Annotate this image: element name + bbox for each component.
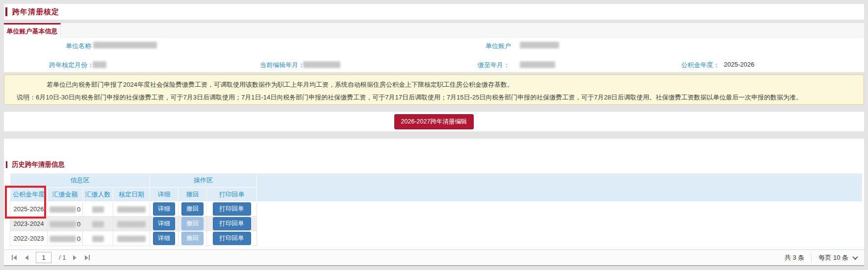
date-cell xyxy=(113,217,150,231)
print-receipt-button[interactable]: 打印回单 xyxy=(213,232,251,245)
year-cell: 2025-2026 xyxy=(10,202,48,217)
count-masked-value xyxy=(92,221,104,227)
count-cell xyxy=(83,217,113,231)
column-header-print: 打印回单 xyxy=(207,188,257,202)
date-cell xyxy=(113,202,150,217)
history-panel: 历史跨年清册信息 信息区 操作区 公积金年度 汇缴金额 汇缴人数 核定日期 xyxy=(4,139,864,266)
column-header-count: 汇缴人数 xyxy=(83,188,113,202)
column-header-withdraw: 撤回 xyxy=(179,188,207,202)
date-cell xyxy=(113,231,150,246)
amount-masked-value xyxy=(50,236,76,242)
column-header-detail: 详细 xyxy=(150,188,179,202)
audit-month-masked-value xyxy=(93,61,106,68)
row-filler xyxy=(257,217,863,231)
first-page-icon xyxy=(13,255,17,260)
prev-page-icon xyxy=(25,255,28,260)
amount-cell: 0 xyxy=(48,217,83,231)
notice-box: 若单位已向税务部门申报了2024年度社会保险费缴费工资，可调取使用该数据作为职工… xyxy=(4,74,864,105)
date-masked-value xyxy=(117,221,146,227)
date-masked-value xyxy=(117,206,146,213)
pagination-divider xyxy=(811,253,812,263)
column-header-date: 核定日期 xyxy=(113,188,150,202)
withdraw-button[interactable]: 撤回 xyxy=(181,217,204,230)
detail-button[interactable]: 详细 xyxy=(153,202,175,216)
detail-button[interactable]: 详细 xyxy=(153,217,175,230)
title-accent-bar xyxy=(5,7,7,16)
field-paid-until-label: 缴至年月： xyxy=(478,61,510,70)
history-section-title: 历史跨年清册信息 xyxy=(6,160,65,169)
tab-strip: 单位账户基本信息 xyxy=(4,23,864,38)
group-header-ops: 操作区 xyxy=(150,173,257,188)
cross-year-edit-button[interactable]: 2026-2027跨年清册编辑 xyxy=(394,114,474,129)
history-table: 信息区 操作区 公积金年度 汇缴金额 汇缴人数 核定日期 详细 撤回 打印回单 … xyxy=(10,173,863,246)
row-filler xyxy=(257,231,863,246)
unit-account-panel: 单位账户基本信息 单位名称 单位账户 跨年核定月份： 当前编辑年月： 缴至年月：… xyxy=(4,23,864,72)
amount-masked-value xyxy=(50,206,76,213)
page-total-label: / 1 xyxy=(59,254,66,261)
notice-line-2: 说明：6月10日-30日向税务部门申报的社保缴费工资，可于7月3日后调取使用；7… xyxy=(17,93,864,101)
year-cell: 2022-2023 xyxy=(10,231,48,246)
last-page-button[interactable] xyxy=(84,254,91,261)
next-page-button[interactable] xyxy=(72,254,77,261)
print-receipt-button[interactable]: 打印回单 xyxy=(213,217,251,230)
page-input[interactable] xyxy=(36,252,51,263)
field-audit-month-label: 跨年核定月份： xyxy=(49,61,94,70)
field-unit-account-label: 单位账户 xyxy=(485,42,511,50)
page-size-label: 每页 10 条 xyxy=(818,253,848,262)
page-title: 跨年清册核定 xyxy=(12,7,59,17)
history-title-text: 历史跨年清册信息 xyxy=(12,160,65,169)
print-receipt-button[interactable]: 打印回单 xyxy=(213,202,251,216)
withdraw-button[interactable]: 撤回 xyxy=(181,232,204,245)
column-header-year: 公积金年度 xyxy=(10,188,48,202)
section-accent-bar xyxy=(6,161,7,168)
withdraw-button[interactable]: 撤回 xyxy=(181,202,204,216)
title-bar: 跨年清册核定 xyxy=(4,4,864,20)
group-header-info: 信息区 xyxy=(10,173,150,188)
table-row: 2022-2023 0 详细 撤回 打印回单 xyxy=(10,231,863,246)
last-page-icon xyxy=(85,255,88,260)
table-row: 2025-2026 0 详细 撤回 打印回单 xyxy=(10,202,863,217)
current-edit-month-masked-value xyxy=(303,61,340,68)
table-row: 2023-2024 0 详细 撤回 打印回单 xyxy=(10,217,863,231)
notice-line-1: 若单位已向税务部门申报了2024年度社会保险费缴费工资，可调取使用该数据作为职工… xyxy=(47,80,864,89)
fund-year-value: 2025-2026 xyxy=(724,61,754,68)
year-cell: 2023-2024 xyxy=(10,217,48,231)
count-masked-value xyxy=(92,206,104,213)
chevron-down-icon xyxy=(852,254,858,259)
header-filler xyxy=(257,173,863,202)
count-masked-value xyxy=(92,236,104,242)
count-cell xyxy=(83,231,113,246)
column-header-amount: 汇缴金额 xyxy=(48,188,83,202)
action-panel: 2026-2027跨年清册编辑 xyxy=(4,112,864,131)
field-current-edit-month-label: 当前编辑年月： xyxy=(260,61,305,70)
field-unit-name-label: 单位名称 xyxy=(66,42,91,50)
unit-name-masked-value xyxy=(93,42,157,49)
prev-page-button[interactable] xyxy=(24,254,29,261)
tab-unit-account-info[interactable]: 单位账户基本信息 xyxy=(4,23,61,38)
amount-cell: 0 xyxy=(48,202,83,217)
page-size-select[interactable]: 每页 10 条 xyxy=(818,253,857,262)
row-filler xyxy=(257,202,863,217)
next-page-icon xyxy=(73,255,77,260)
detail-button[interactable]: 详细 xyxy=(153,232,175,245)
unit-account-masked-value xyxy=(520,42,559,49)
pagination-bar: / 1 共 3 条 每页 10 条 xyxy=(4,249,864,265)
amount-cell: 0 xyxy=(48,231,83,246)
first-page-button[interactable] xyxy=(11,254,18,261)
paid-until-masked-value xyxy=(520,61,555,68)
amount-masked-value xyxy=(50,221,76,227)
date-masked-value xyxy=(117,236,146,242)
count-cell xyxy=(83,202,113,217)
field-fund-year-label: 公积金年度： xyxy=(681,61,719,70)
total-count-label: 共 3 条 xyxy=(785,253,804,262)
